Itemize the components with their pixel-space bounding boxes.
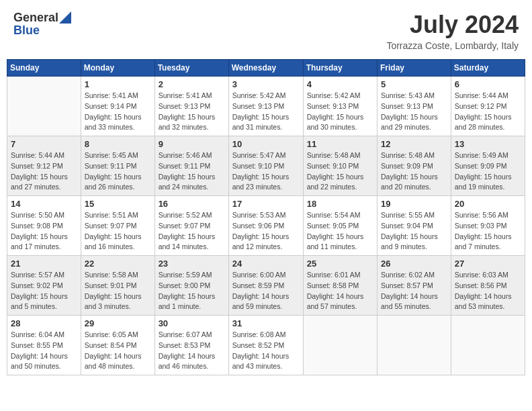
- calendar-table: SundayMondayTuesdayWednesdayThursdayFrid…: [7, 59, 525, 375]
- day-info: Sunrise: 5:42 AMSunset: 9:13 PMDaylight:…: [232, 91, 300, 133]
- calendar-cell: 12Sunrise: 5:48 AMSunset: 9:09 PMDayligh…: [378, 136, 451, 196]
- month-year-title: July 2024: [386, 11, 519, 39]
- day-info: Sunrise: 5:49 AMSunset: 9:09 PMDaylight:…: [455, 150, 521, 193]
- calendar-cell: 27Sunrise: 6:03 AMSunset: 8:56 PMDayligh…: [451, 256, 525, 316]
- weekday-header-row: SundayMondayTuesdayWednesdayThursdayFrid…: [7, 60, 525, 77]
- day-info: Sunrise: 6:03 AMSunset: 8:56 PMDaylight:…: [455, 270, 521, 312]
- day-number: 10: [232, 139, 300, 149]
- day-number: 19: [381, 199, 447, 209]
- calendar-cell: [7, 77, 81, 136]
- calendar-cell: 23Sunrise: 5:59 AMSunset: 9:00 PMDayligh…: [154, 256, 228, 316]
- day-info: Sunrise: 6:07 AMSunset: 8:53 PMDaylight:…: [159, 330, 225, 372]
- day-number: 24: [232, 259, 300, 269]
- week-row-2: 7Sunrise: 5:44 AMSunset: 9:12 PMDaylight…: [7, 136, 525, 196]
- day-info: Sunrise: 5:46 AMSunset: 9:11 PMDaylight:…: [159, 150, 225, 193]
- day-info: Sunrise: 5:48 AMSunset: 9:09 PMDaylight:…: [381, 150, 447, 193]
- week-row-5: 28Sunrise: 6:04 AMSunset: 8:55 PMDayligh…: [7, 316, 525, 375]
- day-number: 2: [159, 79, 225, 89]
- page-header: General Blue July 2024 Torrazza Coste, L…: [7, 7, 525, 55]
- week-row-4: 21Sunrise: 5:57 AMSunset: 9:02 PMDayligh…: [7, 256, 525, 316]
- day-info: Sunrise: 5:41 AMSunset: 9:14 PMDaylight:…: [85, 91, 151, 133]
- day-number: 11: [307, 139, 373, 149]
- day-number: 28: [11, 318, 77, 328]
- day-info: Sunrise: 5:55 AMSunset: 9:04 PMDaylight:…: [381, 210, 447, 253]
- calendar-cell: 20Sunrise: 5:56 AMSunset: 9:03 PMDayligh…: [451, 196, 525, 256]
- day-number: 26: [381, 259, 447, 269]
- day-number: 27: [455, 259, 521, 269]
- weekday-header-saturday: Saturday: [451, 60, 525, 77]
- day-info: Sunrise: 5:57 AMSunset: 9:02 PMDaylight:…: [11, 270, 77, 312]
- logo-general-text: General: [13, 11, 58, 25]
- calendar-cell: 9Sunrise: 5:46 AMSunset: 9:11 PMDaylight…: [154, 136, 228, 196]
- day-info: Sunrise: 5:59 AMSunset: 9:00 PMDaylight:…: [159, 270, 225, 312]
- calendar-cell: 25Sunrise: 6:01 AMSunset: 8:58 PMDayligh…: [303, 256, 377, 316]
- weekday-header-wednesday: Wednesday: [228, 60, 303, 77]
- day-number: 25: [307, 259, 373, 269]
- day-info: Sunrise: 5:52 AMSunset: 9:07 PMDaylight:…: [159, 210, 225, 253]
- day-number: 17: [232, 199, 300, 209]
- day-info: Sunrise: 6:00 AMSunset: 8:59 PMDaylight:…: [232, 270, 300, 312]
- day-info: Sunrise: 5:44 AMSunset: 9:12 PMDaylight:…: [11, 150, 77, 193]
- day-number: 29: [85, 318, 151, 328]
- day-info: Sunrise: 5:58 AMSunset: 9:01 PMDaylight:…: [85, 270, 151, 312]
- day-info: Sunrise: 5:43 AMSunset: 9:13 PMDaylight:…: [381, 91, 447, 133]
- day-info: Sunrise: 5:50 AMSunset: 9:08 PMDaylight:…: [11, 210, 77, 253]
- calendar-cell: 6Sunrise: 5:44 AMSunset: 9:12 PMDaylight…: [451, 77, 525, 136]
- calendar-cell: 21Sunrise: 5:57 AMSunset: 9:02 PMDayligh…: [7, 256, 81, 316]
- day-info: Sunrise: 5:53 AMSunset: 9:06 PMDaylight:…: [232, 210, 300, 253]
- day-number: 23: [159, 259, 225, 269]
- day-info: Sunrise: 5:41 AMSunset: 9:13 PMDaylight:…: [159, 91, 225, 133]
- svg-marker-0: [59, 11, 71, 24]
- day-info: Sunrise: 6:01 AMSunset: 8:58 PMDaylight:…: [307, 270, 373, 312]
- day-number: 21: [11, 259, 77, 269]
- day-number: 9: [159, 139, 225, 149]
- calendar-cell: 1Sunrise: 5:41 AMSunset: 9:14 PMDaylight…: [81, 77, 154, 136]
- location-subtitle: Torrazza Coste, Lombardy, Italy: [386, 40, 519, 51]
- logo: General Blue: [13, 11, 71, 38]
- weekday-header-monday: Monday: [81, 60, 154, 77]
- day-info: Sunrise: 5:51 AMSunset: 9:07 PMDaylight:…: [85, 210, 151, 253]
- calendar-cell: [303, 316, 377, 375]
- calendar-cell: 24Sunrise: 6:00 AMSunset: 8:59 PMDayligh…: [228, 256, 303, 316]
- calendar-cell: 10Sunrise: 5:47 AMSunset: 9:10 PMDayligh…: [228, 136, 303, 196]
- calendar-cell: 13Sunrise: 5:49 AMSunset: 9:09 PMDayligh…: [451, 136, 525, 196]
- day-info: Sunrise: 5:44 AMSunset: 9:12 PMDaylight:…: [455, 91, 521, 133]
- calendar-cell: 8Sunrise: 5:45 AMSunset: 9:11 PMDaylight…: [81, 136, 154, 196]
- day-number: 15: [85, 199, 151, 209]
- day-info: Sunrise: 5:48 AMSunset: 9:10 PMDaylight:…: [307, 150, 373, 193]
- day-number: 30: [159, 318, 225, 328]
- calendar-cell: 30Sunrise: 6:07 AMSunset: 8:53 PMDayligh…: [154, 316, 228, 375]
- calendar-cell: 7Sunrise: 5:44 AMSunset: 9:12 PMDaylight…: [7, 136, 81, 196]
- day-number: 3: [232, 79, 300, 89]
- calendar-cell: [451, 316, 525, 375]
- calendar-cell: 3Sunrise: 5:42 AMSunset: 9:13 PMDaylight…: [228, 77, 303, 136]
- day-number: 1: [85, 79, 151, 89]
- day-info: Sunrise: 6:08 AMSunset: 8:52 PMDaylight:…: [232, 330, 300, 372]
- day-number: 22: [85, 259, 151, 269]
- calendar-cell: 4Sunrise: 5:42 AMSunset: 9:13 PMDaylight…: [303, 77, 377, 136]
- calendar-cell: 15Sunrise: 5:51 AMSunset: 9:07 PMDayligh…: [81, 196, 154, 256]
- calendar-cell: 22Sunrise: 5:58 AMSunset: 9:01 PMDayligh…: [81, 256, 154, 316]
- calendar-cell: 5Sunrise: 5:43 AMSunset: 9:13 PMDaylight…: [378, 77, 451, 136]
- day-number: 12: [381, 139, 447, 149]
- calendar-cell: 26Sunrise: 6:02 AMSunset: 8:57 PMDayligh…: [378, 256, 451, 316]
- week-row-1: 1Sunrise: 5:41 AMSunset: 9:14 PMDaylight…: [7, 77, 525, 136]
- calendar-cell: 28Sunrise: 6:04 AMSunset: 8:55 PMDayligh…: [7, 316, 81, 375]
- day-number: 31: [232, 318, 300, 328]
- title-section: July 2024 Torrazza Coste, Lombardy, Ital…: [386, 11, 519, 51]
- calendar-cell: 17Sunrise: 5:53 AMSunset: 9:06 PMDayligh…: [228, 196, 303, 256]
- calendar-cell: [378, 316, 451, 375]
- calendar-cell: 11Sunrise: 5:48 AMSunset: 9:10 PMDayligh…: [303, 136, 377, 196]
- day-number: 16: [159, 199, 225, 209]
- day-number: 4: [307, 79, 373, 89]
- day-info: Sunrise: 5:45 AMSunset: 9:11 PMDaylight:…: [85, 150, 151, 193]
- calendar-cell: 18Sunrise: 5:54 AMSunset: 9:05 PMDayligh…: [303, 196, 377, 256]
- day-info: Sunrise: 5:56 AMSunset: 9:03 PMDaylight:…: [455, 210, 521, 253]
- calendar-cell: 16Sunrise: 5:52 AMSunset: 9:07 PMDayligh…: [154, 196, 228, 256]
- weekday-header-friday: Friday: [378, 60, 451, 77]
- day-number: 6: [455, 79, 521, 89]
- day-info: Sunrise: 5:42 AMSunset: 9:13 PMDaylight:…: [307, 91, 373, 133]
- calendar-cell: 31Sunrise: 6:08 AMSunset: 8:52 PMDayligh…: [228, 316, 303, 375]
- day-info: Sunrise: 5:54 AMSunset: 9:05 PMDaylight:…: [307, 210, 373, 253]
- week-row-3: 14Sunrise: 5:50 AMSunset: 9:08 PMDayligh…: [7, 196, 525, 256]
